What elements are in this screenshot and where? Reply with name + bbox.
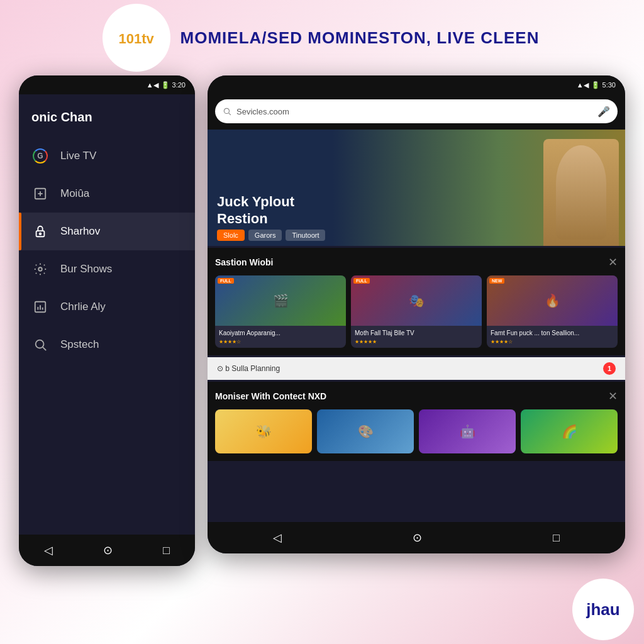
cards-row-2: 🐝 🎨 🤖 🌈 <box>215 409 618 453</box>
left-phone: ▲◀ 🔋 3:20 onic Chan G Live TV <box>19 75 195 566</box>
search-icon <box>31 336 49 353</box>
channel-name: onic Chan <box>19 104 195 137</box>
hero-tab-0[interactable]: Slolc <box>217 230 245 241</box>
section-moniser: Moniser With Contect NXD ✕ 🐝 🎨 🤖 <box>208 382 625 461</box>
left-bottom-bar: ◁ ⊙ □ <box>19 535 195 566</box>
search-bar: Sevicles.coom 🎤 <box>208 94 625 130</box>
right-battery-icon: 🔋 <box>591 81 600 89</box>
svg-point-5 <box>38 267 42 271</box>
google-icon: G <box>31 147 49 165</box>
svg-line-11 <box>43 347 46 350</box>
right-recent-button[interactable]: □ <box>553 531 560 545</box>
card-0-title: Kaoiyatm Aoparanig... <box>219 329 342 337</box>
section2-close[interactable]: ✕ <box>608 389 618 403</box>
hero-tabs: Slolc Garors Tinutoort <box>217 230 325 241</box>
jhau-text: jhau <box>586 600 619 619</box>
right-status-bar: ▲◀ 🔋 5:30 <box>208 75 625 94</box>
card-s2-3: 🌈 <box>521 409 618 453</box>
nav-label-spstech: Spstech <box>60 338 99 351</box>
card-2: NEW 🔥 Famt Fun puck ... ton Seallion... … <box>487 275 618 348</box>
right-home-button[interactable]: ⊙ <box>413 531 422 545</box>
cards-row-1: FULL 🎬 Kaoiyatm Aoparanig... ★★★★☆ FULL … <box>215 275 618 348</box>
mic-icon[interactable]: 🎤 <box>597 106 610 118</box>
notification-badge: 1 <box>603 362 616 375</box>
card-0-stars: ★★★★☆ <box>219 339 342 345</box>
hero-text-block: Juck Yplout Restion <box>217 194 294 227</box>
logo-101tv: 101tv <box>105 6 168 69</box>
card-2-title: Famt Fun puck ... ton Seallion... <box>491 329 614 337</box>
hero-tab-1[interactable]: Garors <box>248 230 282 241</box>
signal-icon: ▲◀ <box>147 81 158 89</box>
nav-item-spstech[interactable]: Spstech <box>19 326 195 364</box>
main-title: MOMIELA/SED MOMINESTON, LIVE CLEEN <box>180 28 540 48</box>
right-phone: ▲◀ 🔋 5:30 Sevicles.coom 🎤 <box>208 75 625 553</box>
home-button[interactable]: ⊙ <box>103 543 113 557</box>
right-time-display: 5:30 <box>602 81 616 89</box>
card-0-badge: FULL <box>218 278 234 284</box>
nav-label-movies: Moiûa <box>60 187 89 200</box>
jhau-logo-container: jhau <box>575 581 631 638</box>
svg-point-4 <box>40 233 42 235</box>
card-1-title: Moth Fall Tlaj Blle TV <box>355 329 478 337</box>
svg-point-10 <box>36 340 44 348</box>
section1-title: Sastion Wiobi <box>215 257 273 267</box>
middle-banner: ⊙ b Sulla Planning 1 <box>208 357 625 380</box>
battery-icon: 🔋 <box>161 81 170 89</box>
chart-icon <box>31 298 49 316</box>
nav-label-chrlie-aly: Chrlie Aly <box>60 301 106 313</box>
card-2-badge: NEW <box>489 278 504 284</box>
hero-title-line2: Restion <box>217 211 268 226</box>
plus-square-icon <box>31 185 49 203</box>
lock-icon <box>31 223 49 240</box>
nav-label-bur-shows: Bur Shows <box>60 263 112 275</box>
hero-person-image <box>543 139 619 246</box>
middle-banner-text: ⊙ b Sulla Planning <box>217 364 598 373</box>
nav-item-sharhov[interactable]: Sharhov <box>19 213 195 250</box>
card-2-stars: ★★★★☆ <box>491 339 614 345</box>
nav-item-chrlie-aly[interactable]: Chrlie Aly <box>19 288 195 326</box>
left-phone-content: onic Chan G Live TV Moiûa <box>19 94 195 373</box>
top-header: 101tv MOMIELA/SED MOMINESTON, LIVE CLEEN <box>0 6 644 69</box>
logo-number: 101 <box>118 31 142 47</box>
svg-line-13 <box>229 113 231 115</box>
right-signal-icon: ▲◀ <box>577 81 589 89</box>
nav-item-movies[interactable]: Moiûa <box>19 175 195 213</box>
card-1: FULL 🎭 Moth Fall Tlaj Blle TV ★★★★★ <box>351 275 482 348</box>
back-button[interactable]: ◁ <box>44 543 53 557</box>
time-display: 3:20 <box>172 81 186 89</box>
search-input-field[interactable]: Sevicles.coom 🎤 <box>215 99 618 123</box>
svg-point-12 <box>224 108 229 113</box>
card-s2-1: 🎨 <box>317 409 414 453</box>
nav-label-sharhov: Sharhov <box>60 225 100 238</box>
search-placeholder: Sevicles.coom <box>236 107 289 116</box>
hero-tab-2[interactable]: Tinutoort <box>286 230 325 241</box>
search-bar-icon <box>223 107 231 116</box>
hero-title-line1: Juck Yplout <box>217 194 294 209</box>
section-sastion: Sastion Wiobi ✕ FULL 🎬 Kaoiyatm Aoparani… <box>208 248 625 355</box>
phones-container: ▲◀ 🔋 3:20 onic Chan G Live TV <box>19 75 625 594</box>
nav-item-live-tv[interactable]: G Live TV <box>19 137 195 175</box>
hero-banner: Juck Yplout Restion Slolc Garors Tinutoo… <box>208 130 625 246</box>
nav-item-bur-shows[interactable]: Bur Shows <box>19 250 195 288</box>
gear-icon <box>31 260 49 278</box>
recent-button[interactable]: □ <box>163 544 170 557</box>
card-1-stars: ★★★★★ <box>355 339 478 345</box>
logo-tv: tv <box>142 31 154 47</box>
right-bottom-bar: ◁ ⊙ □ <box>208 522 625 553</box>
right-back-button[interactable]: ◁ <box>273 531 282 545</box>
section1-close[interactable]: ✕ <box>608 255 618 269</box>
card-s2-0: 🐝 <box>215 409 312 453</box>
card-1-badge: FULL <box>353 278 370 284</box>
card-0: FULL 🎬 Kaoiyatm Aoparanig... ★★★★☆ <box>215 275 346 348</box>
nav-label-live-tv: Live TV <box>60 150 96 162</box>
left-status-bar: ▲◀ 🔋 3:20 <box>19 75 195 94</box>
section2-title: Moniser With Contect NXD <box>215 391 326 401</box>
card-s2-2: 🤖 <box>419 409 516 453</box>
jhau-circle: jhau <box>575 581 631 638</box>
